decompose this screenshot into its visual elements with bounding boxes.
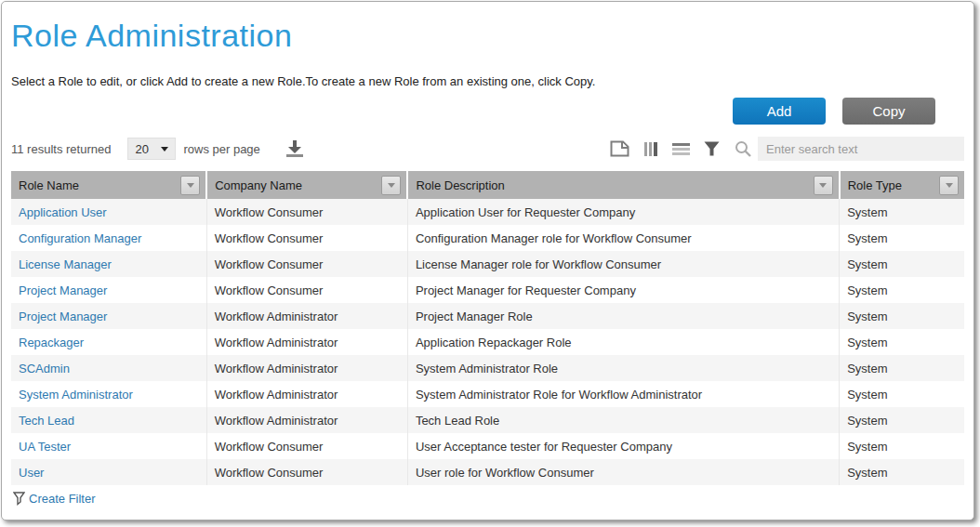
company-name-cell: Workflow Administrator (206, 329, 407, 355)
grid-toolbar: 11 results returned 20 rows per page (11, 137, 964, 161)
rows-icon[interactable] (672, 142, 690, 156)
table-row[interactable]: Project Manager Workflow Administrator P… (11, 303, 964, 329)
role-type-cell: System (840, 251, 964, 277)
table-row[interactable]: SCAdmin Workflow Administrator System Ad… (11, 355, 964, 381)
page-title: Role Administration (11, 17, 964, 54)
role-description-cell: Project Manager for Requester Company (407, 277, 839, 303)
search-icon (735, 140, 752, 158)
role-type-cell: System (840, 199, 964, 225)
role-description-cell: Configuration Manager role for Workflow … (407, 225, 839, 251)
column-header-company-name[interactable]: Company Name (206, 171, 407, 199)
company-name-cell: Workflow Administrator (206, 407, 407, 433)
create-filter-link[interactable]: Create Filter (29, 492, 96, 506)
table-row[interactable]: User Workflow Consumer User role for Wor… (11, 459, 964, 485)
role-description-cell: Tech Lead Role (407, 407, 839, 433)
company-name-cell: Workflow Administrator (206, 381, 407, 407)
column-header-role-type[interactable]: Role Type (840, 171, 964, 199)
search-input[interactable] (758, 137, 964, 161)
table-body: Application User Workflow Consumer Appli… (11, 199, 964, 485)
role-type-cell: System (840, 407, 964, 433)
results-count: 11 results returned (11, 142, 111, 156)
table-row[interactable]: Application User Workflow Consumer Appli… (11, 199, 964, 225)
role-name-link[interactable]: Application User (19, 205, 107, 219)
role-name-link[interactable]: Project Manager (19, 310, 107, 323)
role-description-cell: System Administrator Role for Workflow A… (407, 381, 839, 407)
table-row[interactable]: License Manager Workflow Consumer Licens… (11, 251, 964, 277)
add-button[interactable]: Add (733, 98, 826, 125)
table-row[interactable]: Tech Lead Workflow Administrator Tech Le… (11, 407, 964, 433)
table-footer: Create Filter (11, 485, 964, 511)
company-name-cell: Workflow Administrator (206, 303, 407, 329)
table-row[interactable]: Project Manager Workflow Consumer Projec… (11, 277, 964, 303)
role-name-link[interactable]: License Manager (19, 257, 112, 271)
download-arrow-glyph (285, 138, 305, 159)
export-download-icon[interactable] (285, 138, 305, 159)
company-name-cell: Workflow Consumer (206, 199, 407, 225)
role-name-link[interactable]: System Administrator (19, 388, 133, 402)
role-description-cell: Application User for Requester Company (407, 199, 839, 225)
chevron-down-icon (388, 183, 395, 188)
role-name-link[interactable]: SCAdmin (19, 362, 70, 375)
company-name-cell: Workflow Consumer (206, 225, 407, 251)
company-name-cell: Workflow Administrator (206, 355, 407, 381)
role-name-link[interactable]: UA Tester (19, 440, 71, 454)
role-type-cell: System (840, 225, 964, 251)
company-name-cell: Workflow Consumer (206, 459, 407, 485)
role-name-link[interactable]: Configuration Manager (19, 231, 141, 245)
chevron-down-icon (946, 183, 953, 188)
role-description-cell: User role for Workflow Consumer (407, 459, 839, 485)
role-description-cell: Application Repackager Role (407, 329, 839, 355)
copy-button[interactable]: Copy (842, 98, 935, 125)
role-name-link[interactable]: Tech Lead (19, 414, 74, 428)
column-filter-dropdown[interactable] (939, 176, 959, 195)
role-name-link[interactable]: Project Manager (19, 283, 107, 297)
company-name-cell: Workflow Consumer (206, 251, 407, 277)
role-description-cell: Project Manager Role (407, 303, 839, 329)
role-type-cell: System (840, 303, 964, 329)
table-row[interactable]: Repackager Workflow Administrator Applic… (11, 329, 964, 355)
role-type-cell: System (840, 459, 964, 485)
role-type-cell: System (840, 381, 964, 407)
role-name-link[interactable]: User (19, 466, 44, 480)
table-row[interactable]: System Administrator Workflow Administra… (11, 381, 964, 407)
roles-table: Role Name Company Name Role Description (11, 171, 964, 485)
role-type-cell: System (840, 277, 964, 303)
column-filter-dropdown[interactable] (180, 176, 200, 195)
chevron-down-icon (819, 183, 827, 188)
company-name-cell: Workflow Consumer (206, 433, 407, 459)
rows-per-page-label: rows per page (183, 142, 259, 156)
column-filter-dropdown[interactable] (814, 176, 833, 195)
dropdown-caret-icon (161, 147, 168, 152)
role-description-cell: System Administrator Role (407, 355, 839, 381)
column-label: Role Type (848, 178, 902, 192)
table-row[interactable]: Configuration Manager Workflow Consumer … (11, 225, 964, 251)
create-filter-funnel-icon (13, 492, 25, 506)
role-description-cell: User Acceptance tester for Requester Com… (407, 433, 839, 459)
role-administration-page: Role Administration Select a Role to edi… (1, 1, 974, 520)
columns-icon[interactable] (643, 141, 658, 157)
role-type-cell: System (840, 433, 964, 459)
company-name-cell: Workflow Consumer (206, 277, 407, 303)
filter-funnel-icon[interactable] (704, 141, 720, 156)
document-icon[interactable] (610, 140, 629, 157)
role-type-cell: System (840, 329, 964, 355)
table-row[interactable]: UA Tester Workflow Consumer User Accepta… (11, 433, 964, 459)
column-label: Role Name (19, 178, 79, 192)
role-name-link[interactable]: Repackager (19, 336, 84, 349)
chevron-down-icon (187, 183, 194, 188)
column-header-role-description[interactable]: Role Description (407, 171, 839, 199)
column-label: Company Name (215, 178, 302, 192)
role-description-cell: License Manager role for Workflow Consum… (407, 251, 839, 277)
action-buttons: Add Copy (11, 98, 964, 125)
role-type-cell: System (840, 355, 964, 381)
column-header-role-name[interactable]: Role Name (11, 171, 206, 199)
column-filter-dropdown[interactable] (381, 176, 401, 195)
rows-per-page-select[interactable]: 20 (127, 138, 176, 160)
rows-per-page-value: 20 (135, 142, 148, 156)
search-area (735, 137, 964, 161)
grid-view-icons (610, 140, 720, 157)
page-subtitle: Select a Role to edit, or click Add to c… (11, 74, 964, 88)
column-label: Role Description (416, 178, 504, 192)
table-header: Role Name Company Name Role Description (11, 171, 964, 199)
